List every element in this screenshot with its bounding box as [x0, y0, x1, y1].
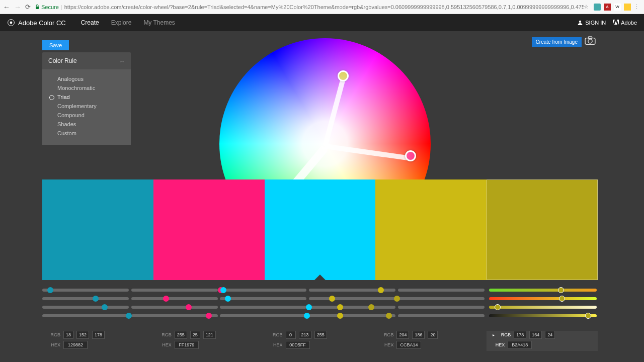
b-input[interactable]: 178 — [92, 331, 105, 339]
slider-track[interactable] — [398, 289, 485, 292]
sign-in-button[interactable]: SIGN IN — [577, 20, 606, 26]
hex-input[interactable]: 129882 — [63, 341, 88, 349]
swatch-0[interactable] — [42, 179, 153, 280]
r-input[interactable]: 0 — [286, 331, 296, 339]
r-input[interactable]: 255 — [175, 331, 187, 339]
slider-track[interactable] — [220, 306, 306, 309]
slider-track[interactable] — [42, 289, 129, 292]
nav-my-themes[interactable]: My Themes — [143, 19, 175, 26]
g-input[interactable]: 164 — [529, 331, 542, 339]
slider-track[interactable] — [42, 306, 129, 309]
b-input[interactable]: 255 — [314, 331, 327, 339]
hex-input[interactable]: CCBA14 — [396, 341, 421, 349]
rule-shades[interactable]: Shades — [49, 120, 124, 129]
gradient-track[interactable] — [489, 306, 597, 309]
swatch-3[interactable] — [375, 179, 487, 280]
slider-track[interactable] — [131, 314, 218, 317]
nav-explore[interactable]: Explore — [111, 19, 132, 26]
slider-track[interactable] — [131, 306, 218, 309]
slider-track[interactable] — [131, 297, 218, 300]
slider-handle[interactable] — [126, 313, 132, 319]
swatch-4[interactable] — [487, 179, 598, 280]
slider-handle[interactable] — [304, 313, 310, 319]
b-input[interactable]: 24 — [545, 331, 555, 339]
slider-handle[interactable] — [337, 313, 343, 319]
slider-handle[interactable] — [394, 296, 400, 302]
slider-row-1 — [42, 296, 598, 301]
b-input[interactable]: 121 — [203, 331, 216, 339]
slider-track[interactable] — [398, 314, 485, 317]
hex-input[interactable]: 00D5FF — [286, 341, 310, 349]
wheel-handle[interactable] — [405, 150, 416, 161]
b-input[interactable]: 20 — [428, 331, 438, 339]
slider-handle[interactable] — [337, 304, 343, 310]
slider-track[interactable] — [309, 297, 395, 300]
slider-handle[interactable] — [585, 313, 591, 319]
rule-analogous[interactable]: Analogous — [49, 74, 124, 83]
rule-custom[interactable]: Custom — [49, 129, 124, 138]
color-rule-header[interactable]: Color Rule ︿ — [42, 52, 131, 69]
forward-icon[interactable]: → — [14, 3, 21, 11]
wheel-handle[interactable] — [338, 70, 349, 81]
app-logo[interactable]: Adobe Color CC — [7, 19, 66, 27]
reload-icon[interactable]: ⟳ — [25, 3, 31, 11]
create-from-image-button[interactable]: Create from Image — [532, 37, 582, 47]
slider-handle[interactable] — [206, 313, 212, 319]
back-icon[interactable]: ← — [3, 3, 10, 11]
swatch-2[interactable] — [265, 179, 376, 280]
slider-track[interactable] — [220, 297, 306, 300]
nav-create[interactable]: Create — [81, 19, 99, 26]
rule-compound[interactable]: Compound — [49, 111, 124, 120]
slider-handle[interactable] — [306, 304, 312, 310]
slider-handle[interactable] — [163, 296, 169, 302]
slider-handle[interactable] — [495, 304, 501, 310]
slider-handle[interactable] — [378, 287, 384, 293]
g-input[interactable]: 213 — [299, 331, 311, 339]
rule-triad[interactable]: Triad — [49, 93, 124, 102]
slider-handle[interactable] — [186, 304, 192, 310]
rule-complementary[interactable]: Complementary — [49, 102, 124, 111]
g-input[interactable]: 25 — [190, 331, 200, 339]
slider-handle[interactable] — [93, 296, 99, 302]
slider-handle[interactable] — [368, 304, 374, 310]
color-rule-panel: Color Rule ︿ AnalogousMonochromaticTriad… — [42, 52, 131, 145]
g-input[interactable]: 152 — [76, 331, 89, 339]
save-button[interactable]: Save — [42, 40, 69, 50]
g-input[interactable]: 186 — [412, 331, 425, 339]
slider-track[interactable] — [220, 314, 306, 317]
swatch-1[interactable] — [153, 179, 265, 280]
r-input[interactable]: 204 — [396, 331, 409, 339]
slider-track[interactable] — [309, 306, 395, 309]
hex-line: HEXB2A418 — [493, 341, 592, 349]
slider-handle[interactable] — [559, 296, 565, 302]
hex-input[interactable]: FF1979 — [175, 341, 199, 349]
slider-handle[interactable] — [558, 287, 564, 293]
color-wheel-icon — [7, 19, 15, 27]
camera-icon[interactable] — [585, 36, 596, 45]
slider-track[interactable] — [398, 306, 485, 309]
hex-input[interactable]: B2A418 — [508, 341, 532, 349]
hex-line: HEX00D5FF — [271, 341, 370, 349]
r-input[interactable]: 178 — [514, 331, 526, 339]
gradient-track[interactable] — [489, 289, 597, 292]
slider-track[interactable] — [131, 289, 218, 292]
slider-handle[interactable] — [386, 313, 392, 319]
slider-handle[interactable] — [102, 304, 108, 310]
slider-handle[interactable] — [220, 287, 226, 293]
slider-handle[interactable] — [47, 287, 53, 293]
url-text[interactable]: https://color.adobe.com/create/color-whe… — [64, 4, 584, 10]
slider-handle[interactable] — [329, 296, 335, 302]
rgb-label: RGB — [499, 332, 511, 337]
r-input[interactable]: 18 — [63, 331, 73, 339]
svg-point-2 — [10, 22, 13, 24]
rule-monochromatic[interactable]: Monochromatic — [49, 83, 124, 93]
gradient-track[interactable] — [489, 314, 597, 317]
slider-track[interactable] — [42, 297, 129, 300]
slider-track[interactable] — [398, 297, 485, 300]
slider-track[interactable] — [220, 289, 306, 292]
slider-track[interactable] — [42, 314, 129, 317]
slider-handle[interactable] — [225, 296, 231, 302]
adobe-link[interactable]: Adobe — [613, 20, 637, 26]
gradient-track[interactable] — [489, 297, 597, 300]
slider-track[interactable] — [309, 314, 395, 317]
